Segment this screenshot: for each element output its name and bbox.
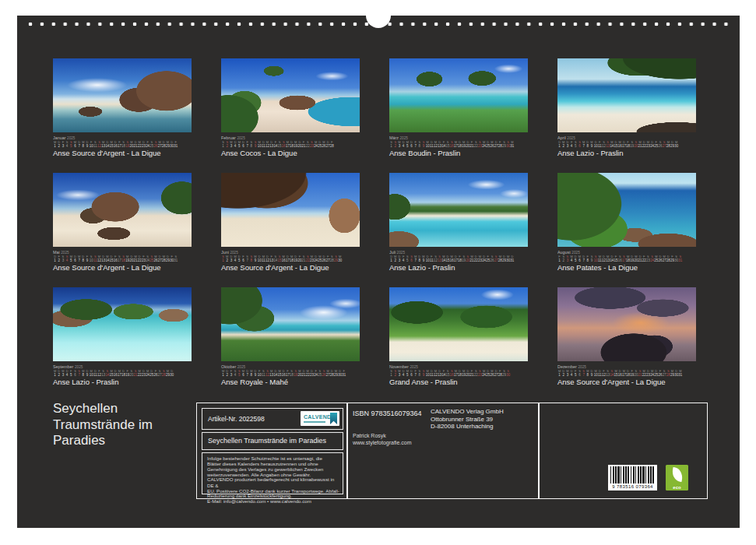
imprint-box: Artikel-Nr. 2022598 CALVENDO Seychellen … xyxy=(196,403,708,499)
author-name: Patrick Rosyk xyxy=(353,433,411,440)
month-calendar-strip: August 2025 F1S2S3M4D5M6D7F8S9S10M11D12M… xyxy=(557,250,695,262)
month-photo xyxy=(557,287,696,361)
month-block: Januar 2025 M1D2F3S4S5M6D7M8D9F10S11S12M… xyxy=(53,58,192,160)
month-calendar-strip: Februar 2025 S1S2M3D4M5D6F7S8S9M10D11M12… xyxy=(221,135,359,148)
author-block: Patrick Rosyk www.stylefotografie.com xyxy=(353,433,411,446)
month-block: Oktober 2025 M1D2F3S4S5M6D7M8D9F10S11S12… xyxy=(221,287,360,389)
calendar-back-page: Januar 2025 M1D2F3S4S5M6D7M8D9F10S11S12M… xyxy=(17,16,740,528)
mini-cal-day: M31 xyxy=(510,141,514,148)
imprint-divider xyxy=(346,403,348,498)
month-caption: Anse Royale - Mahé xyxy=(221,378,288,386)
title-line: Seychellen xyxy=(53,401,153,417)
month-block: Dezember 2025 M1D2M3D4F5S6S7M8D9M10D11F1… xyxy=(557,287,696,389)
month-photo xyxy=(389,173,528,247)
month-mini-calendar: S1S2M3D4M5D6F7S8S9M10D11M12D13F14S15S16M… xyxy=(389,141,527,148)
month-mini-calendar: S1S2M3D4M5D6F7S8S9M10D11M12D13F14S15S16M… xyxy=(221,141,359,148)
month-caption: Anse Source d'Argent - La Digue xyxy=(221,263,329,272)
month-block: Februar 2025 S1S2M3D4M5D6F7S8S9M10D11M12… xyxy=(221,58,360,160)
month-caption: Anse Source d'Argent - La Digue xyxy=(557,378,666,386)
mini-cal-day: M30 xyxy=(674,141,678,148)
legal-text: Infolge bestehender Schutzrechte ist es … xyxy=(207,456,340,505)
month-year: 2025 xyxy=(61,251,69,255)
month-caption: Grand Anse - Praslin xyxy=(389,378,458,386)
month-block: Juli 2025 D1M2D3F4S5S6M7D8M9D10F11S12S13… xyxy=(389,173,528,275)
month-year: 2025 xyxy=(400,136,408,140)
publisher-address: CALVENDO Verlag GmbH Ottobrunner Straße … xyxy=(431,408,504,431)
article-number-box: Artikel-Nr. 2022598 CALVENDO xyxy=(202,408,343,430)
month-mini-calendar: F1S2S3M4D5M6D7F8S9S10M11D12M13D14F15S16S… xyxy=(557,255,695,262)
month-mini-calendar: M1D2F3S4S5M6D7M8D9F10S11S12M13D14M15D16F… xyxy=(53,141,191,148)
title-line: Traumstrände im xyxy=(53,417,153,434)
month-year: 2025 xyxy=(75,365,83,369)
month-calendar-strip: Mai 2025 D1F2S3S4M5D6M7D8F9S10S11M12D13M… xyxy=(53,250,191,262)
eco-logo: eco xyxy=(666,465,688,490)
month-year: 2025 xyxy=(578,365,585,369)
month-caption: Anse Source d'Argent - La Digue xyxy=(53,149,161,157)
month-calendar-strip: Dezember 2025 M1D2M3D4F5S6S7M8D9M10D11F1… xyxy=(557,364,695,377)
month-year: 2025 xyxy=(230,251,237,255)
page-title: Seychellen Traumstrände im Paradies xyxy=(53,401,153,449)
product-title: Seychellen Traumstrände im Paradies xyxy=(208,437,326,445)
month-calendar-strip: Januar 2025 M1D2F3S4S5M6D7M8D9F10S11S12M… xyxy=(53,135,191,148)
month-photo xyxy=(53,287,192,361)
month-block: Mai 2025 D1F2S3S4M5D6M7D8F9S10S11M12D13M… xyxy=(53,173,192,275)
month-caption: Anse Source d'Argent - La Digue xyxy=(53,263,161,272)
month-calendar-strip: Juli 2025 D1M2D3F4S5S6M7D8M9D10F11S12S13… xyxy=(389,250,527,262)
month-photo xyxy=(53,58,192,132)
month-mini-calendar: M1D2M3D4F5S6S7M8D9M10D11F12S13S14M15D16M… xyxy=(53,370,191,377)
month-mini-calendar: S1M2D3M4D5F6S7S8M9D10M11D12F13S14S15M16D… xyxy=(221,255,359,262)
month-photo xyxy=(389,58,528,132)
mini-cal-day: F31 xyxy=(174,141,178,148)
month-caption: Anse Lazio - Praslin xyxy=(53,378,118,386)
month-year: 2025 xyxy=(67,136,75,140)
barcode: 9 783516 079364 xyxy=(608,465,657,490)
mini-cal-day: S31 xyxy=(174,255,178,262)
mini-cal-day: S30 xyxy=(506,370,510,377)
month-caption: Anse Patates - La Digue xyxy=(557,263,638,272)
month-caption: Anse Lazio - Praslin xyxy=(389,263,455,272)
month-mini-calendar: M1D2M3D4F5S6S7M8D9M10D11F12S13S14M15D16M… xyxy=(557,370,695,377)
author-website: www.stylefotografie.com xyxy=(353,440,411,447)
month-photo xyxy=(557,58,696,132)
month-calendar-strip: April 2025 D1M2D3F4S5S6M7D8M9D10F11S12S1… xyxy=(557,135,695,148)
month-photo xyxy=(53,173,192,247)
month-calendar-strip: September 2025 M1D2M3D4F5S6S7M8D9M10D11F… xyxy=(53,364,191,377)
month-calendar-strip: Oktober 2025 M1D2F3S4S5M6D7M8D9F10S11S12… xyxy=(221,364,359,377)
month-mini-calendar: D1F2S3S4M5D6M7D8F9S10S11M12D13M14D15F16S… xyxy=(53,255,191,262)
mini-cal-day: D31 xyxy=(510,255,514,262)
mini-cal-day: S31 xyxy=(678,255,682,262)
month-block: November 2025 S1S2M3D4M5D6F7S8S9M10D11M1… xyxy=(389,287,528,389)
month-caption: Anse Boudin - Praslin xyxy=(389,149,460,157)
title-line: Paradies xyxy=(53,433,153,449)
month-photo xyxy=(389,287,528,361)
product-title-box: Seychellen Traumstrände im Paradies xyxy=(202,432,343,450)
calvendo-logo: CALVENDO xyxy=(301,411,339,426)
month-block: August 2025 F1S2S3M4D5M6D7F8S9S10M11D12M… xyxy=(557,173,696,275)
month-mini-calendar: D1M2D3F4S5S6M7D8M9D10F11S12S13M14D15M16D… xyxy=(557,141,695,148)
calvendo-logo-ribbon-icon xyxy=(330,413,337,424)
month-block: Juni 2025 S1M2D3M4D5F6S7S8M9D10M11D12F13… xyxy=(221,173,360,275)
month-mini-calendar: M1D2F3S4S5M6D7M8D9F10S11S12M13D14M15D16F… xyxy=(221,370,359,377)
month-year: 2025 xyxy=(567,136,575,140)
month-grid: Januar 2025 M1D2F3S4S5M6D7M8D9F10S11S12M… xyxy=(53,58,696,389)
month-calendar-strip: Juni 2025 S1M2D3M4D5F6S7S8M9D10M11D12F13… xyxy=(221,250,359,262)
mini-cal-day: F28 xyxy=(330,141,334,148)
month-year: 2025 xyxy=(397,251,405,255)
month-year: 2025 xyxy=(571,251,579,255)
month-photo xyxy=(221,173,360,247)
mini-cal-day: D30 xyxy=(170,370,174,377)
month-year: 2025 xyxy=(410,365,417,369)
month-photo xyxy=(557,173,696,247)
month-caption: Anse Lazio - Praslin xyxy=(557,149,623,157)
eco-label: eco xyxy=(666,485,688,490)
legal-text-box: Infolge bestehender Schutzrechte ist es … xyxy=(202,452,343,494)
leaf-icon xyxy=(671,467,684,482)
month-block: März 2025 S1S2M3D4M5D6F7S8S9M10D11M12D13… xyxy=(389,58,528,160)
month-photo xyxy=(221,287,360,361)
month-block: April 2025 D1M2D3F4S5S6M7D8M9D10F11S12S1… xyxy=(557,58,696,160)
month-calendar-strip: März 2025 S1S2M3D4M5D6F7S8S9M10D11M12D13… xyxy=(389,135,527,148)
month-mini-calendar: S1S2M3D4M5D6F7S8S9M10D11M12D13F14S15S16M… xyxy=(389,370,527,377)
imprint-divider xyxy=(538,403,540,498)
month-caption: Anse Cocos - La Digue xyxy=(221,149,297,157)
isbn: ISBN 9783516079364 xyxy=(353,410,422,417)
